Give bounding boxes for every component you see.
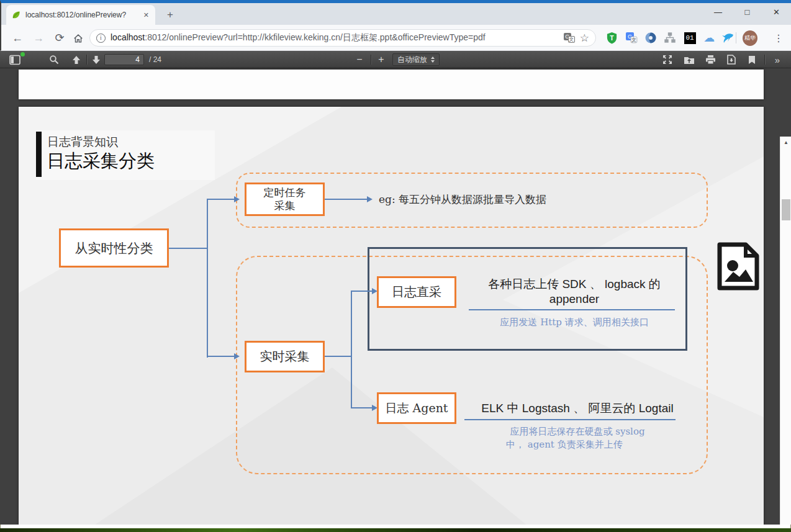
page-up-icon[interactable] bbox=[68, 51, 84, 68]
page-number-input[interactable] bbox=[104, 54, 144, 65]
presentation-mode-icon[interactable] bbox=[659, 51, 676, 68]
extension-sitemap-icon[interactable] bbox=[662, 30, 677, 45]
tab-title: localhost:8012/onlinePreview? bbox=[25, 11, 138, 19]
back-icon[interactable]: ← bbox=[9, 30, 26, 47]
tab-close-icon[interactable]: ✕ bbox=[142, 11, 150, 19]
download-icon[interactable] bbox=[723, 51, 739, 68]
page-count-label: / 24 bbox=[149, 51, 161, 68]
vertical-scrollbar[interactable]: ▲ ▼ bbox=[780, 137, 791, 532]
zoom-select[interactable]: 自动缩放 bbox=[392, 53, 440, 66]
svg-text:T: T bbox=[610, 35, 614, 42]
arrowhead bbox=[234, 196, 240, 202]
print-icon[interactable] bbox=[702, 51, 718, 68]
direct-desc-line2: appender bbox=[463, 292, 686, 306]
maximize-button[interactable]: □ bbox=[733, 0, 762, 24]
zoom-out-icon[interactable]: − bbox=[351, 51, 368, 68]
forward-icon[interactable]: → bbox=[30, 30, 47, 47]
more-tools-icon[interactable]: » bbox=[769, 51, 786, 68]
window-controls: — □ ✕ bbox=[703, 0, 791, 24]
new-tab-button[interactable]: + bbox=[161, 8, 179, 23]
connector-line bbox=[207, 199, 234, 200]
connector-line bbox=[351, 407, 372, 408]
connector-line bbox=[351, 291, 352, 408]
node-log-agent: 日志 Agent bbox=[377, 392, 456, 424]
direct-desc-line1: 各种日志上传 SDK 、 logback 的 bbox=[463, 276, 686, 292]
browser-menu-icon[interactable]: ⋮ bbox=[771, 30, 786, 45]
node-root: 从实时性分类 bbox=[59, 228, 169, 268]
slide-title: 日志采集分类 bbox=[47, 149, 155, 174]
arrowhead bbox=[234, 353, 240, 359]
underline bbox=[469, 309, 675, 310]
agent-desc: ELK 中 Logstash 、 阿里云的 Logtail bbox=[459, 400, 695, 417]
direct-note: 应用发送 Http 请求、调用相关接口 bbox=[463, 317, 686, 328]
home-icon[interactable] bbox=[70, 30, 87, 47]
zoom-select-label: 自动缩放 bbox=[397, 55, 427, 65]
connector-line bbox=[351, 291, 372, 292]
broken-image-icon bbox=[716, 242, 761, 291]
browser-tab[interactable]: localhost:8012/onlinePreview? ✕ bbox=[6, 5, 155, 25]
agent-note-line1: 应用将日志保存在硬盘或 syslog bbox=[453, 426, 702, 438]
bookmark-icon[interactable] bbox=[744, 51, 760, 68]
profile-avatar[interactable]: 精华 bbox=[743, 30, 757, 45]
desktop-wallpaper-sliver bbox=[0, 528, 791, 532]
url-host: localhost bbox=[111, 32, 145, 42]
url-bar[interactable]: i localhost:8012/onlinePreview?url=http:… bbox=[89, 29, 596, 47]
pdf-separator2 bbox=[371, 55, 371, 65]
bookmark-star-icon[interactable]: ☆ bbox=[580, 32, 589, 45]
scroll-up-icon[interactable]: ▲ bbox=[780, 138, 791, 148]
pdf-separator3 bbox=[764, 55, 765, 65]
find-icon[interactable] bbox=[46, 51, 62, 68]
pdf-viewer: 日志背景知识 日志采集分类 从实时性分类 定时任务 采集 eg: 每五分钟从数据… bbox=[0, 68, 791, 525]
agent-note-line2: 中， agent 负责采集并上传 bbox=[453, 439, 702, 451]
window-titlebar: localhost:8012/onlinePreview? ✕ + — □ ✕ bbox=[0, 0, 791, 25]
extension-circle-icon[interactable] bbox=[643, 30, 658, 45]
connector-line bbox=[207, 199, 208, 358]
node-direct-collect: 日志直采 bbox=[377, 276, 456, 308]
previous-page-bottom bbox=[19, 70, 764, 99]
translate-page-icon[interactable]: G 文 bbox=[564, 33, 575, 43]
extension-01-badge[interactable]: 01 bbox=[682, 30, 697, 45]
scrollbar-thumb[interactable] bbox=[782, 199, 790, 220]
url-path: :8012/onlinePreview?url=http://kkfilevie… bbox=[145, 32, 485, 42]
connector-line bbox=[169, 248, 207, 249]
title-accent-bar bbox=[36, 132, 42, 177]
browser-toolbar: ← → ⟳ i localhost:8012/onlinePreview?url… bbox=[0, 25, 791, 51]
reload-icon[interactable]: ⟳ bbox=[51, 30, 68, 47]
close-button[interactable]: ✕ bbox=[762, 0, 791, 24]
minimize-button[interactable]: — bbox=[703, 0, 733, 24]
svg-text:文: 文 bbox=[631, 37, 636, 43]
url-text: localhost:8012/onlinePreview?url=http://… bbox=[111, 32, 559, 43]
slide-subtitle: 日志背景知识 bbox=[47, 134, 118, 150]
extension-translate-icon[interactable]: G 文 bbox=[624, 30, 639, 45]
underline bbox=[464, 419, 676, 420]
status-dot bbox=[20, 52, 25, 56]
node-timed-collect: 定时任务 采集 bbox=[245, 183, 325, 216]
pdf-page-4: 日志背景知识 日志采集分类 从实时性分类 定时任务 采集 eg: 每五分钟从数据… bbox=[19, 107, 764, 526]
connector-line bbox=[325, 199, 367, 200]
toolbar-separator bbox=[736, 32, 736, 43]
connector-line bbox=[207, 356, 234, 357]
node-realtime-collect: 实时采集 bbox=[245, 341, 325, 372]
pdf-toolbar: / 24 − + 自动缩放 bbox=[0, 51, 791, 68]
open-file-icon[interactable] bbox=[681, 51, 697, 68]
timed-example-text: eg: 每五分钟从数据源批量导入数据 bbox=[379, 192, 546, 207]
sidebar-toggle-icon[interactable] bbox=[6, 51, 24, 68]
extension-shield-icon[interactable]: T bbox=[604, 30, 619, 45]
zoom-in-icon[interactable]: + bbox=[373, 51, 389, 68]
zoom-select-spinner-icon bbox=[431, 56, 435, 63]
extension-bird-icon[interactable] bbox=[720, 30, 735, 45]
spring-leaf-favicon bbox=[11, 10, 21, 20]
connector-line bbox=[325, 356, 351, 357]
page-info-icon[interactable]: i bbox=[96, 34, 106, 43]
page-down-icon[interactable] bbox=[88, 51, 104, 68]
pdf-separator bbox=[86, 55, 87, 65]
arrowhead bbox=[367, 196, 373, 202]
extension-cloud-icon[interactable]: ☁ bbox=[702, 30, 716, 45]
